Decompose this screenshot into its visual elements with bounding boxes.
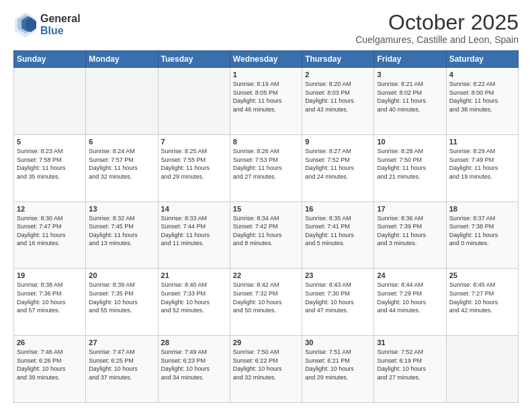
page: General Blue October 2025 Cuelgamures, C… xyxy=(0,0,532,411)
header-monday: Monday xyxy=(86,51,158,68)
calendar-cell: 13Sunrise: 8:32 AM Sunset: 7:45 PM Dayli… xyxy=(86,201,158,269)
calendar-cell: 14Sunrise: 8:33 AM Sunset: 7:44 PM Dayli… xyxy=(158,201,230,269)
day-number: 29 xyxy=(233,338,299,347)
calendar-table: Sunday Monday Tuesday Wednesday Thursday… xyxy=(13,50,519,403)
header-thursday: Thursday xyxy=(302,51,374,68)
day-info: Sunrise: 8:35 AM Sunset: 7:41 PM Dayligh… xyxy=(305,214,371,248)
day-number: 5 xyxy=(17,138,83,146)
day-number: 21 xyxy=(161,271,227,279)
calendar-cell: 19Sunrise: 8:38 AM Sunset: 7:36 PM Dayli… xyxy=(14,269,86,336)
calendar-cell: 2Sunrise: 8:20 AM Sunset: 8:03 PM Daylig… xyxy=(302,68,374,135)
day-number: 2 xyxy=(305,71,371,79)
calendar-cell: 7Sunrise: 8:25 AM Sunset: 7:55 PM Daylig… xyxy=(158,134,230,201)
day-number: 10 xyxy=(377,138,443,146)
calendar-cell: 27Sunrise: 7:47 AM Sunset: 6:25 PM Dayli… xyxy=(86,336,158,403)
logo-general: General xyxy=(40,13,81,24)
day-number: 17 xyxy=(377,205,443,213)
calendar-cell: 3Sunrise: 8:21 AM Sunset: 8:02 PM Daylig… xyxy=(374,68,446,135)
day-info: Sunrise: 8:39 AM Sunset: 7:35 PM Dayligh… xyxy=(89,281,154,314)
day-info: Sunrise: 7:51 AM Sunset: 6:21 PM Dayligh… xyxy=(305,348,371,381)
day-number: 1 xyxy=(233,71,299,79)
day-info: Sunrise: 7:47 AM Sunset: 6:25 PM Dayligh… xyxy=(89,348,154,381)
day-info: Sunrise: 8:40 AM Sunset: 7:33 PM Dayligh… xyxy=(161,281,227,314)
week-row-2: 5Sunrise: 8:23 AM Sunset: 7:58 PM Daylig… xyxy=(14,134,519,201)
calendar-cell: 8Sunrise: 8:26 AM Sunset: 7:53 PM Daylig… xyxy=(230,134,302,201)
day-number: 31 xyxy=(377,338,443,347)
calendar-cell: 9Sunrise: 8:27 AM Sunset: 7:52 PM Daylig… xyxy=(302,134,374,201)
day-info: Sunrise: 8:44 AM Sunset: 7:29 PM Dayligh… xyxy=(377,281,443,314)
day-number: 24 xyxy=(377,271,443,279)
day-info: Sunrise: 8:19 AM Sunset: 8:05 PM Dayligh… xyxy=(233,80,299,113)
day-info: Sunrise: 8:20 AM Sunset: 8:03 PM Dayligh… xyxy=(305,80,371,113)
day-info: Sunrise: 7:52 AM Sunset: 6:19 PM Dayligh… xyxy=(377,348,443,381)
day-info: Sunrise: 8:34 AM Sunset: 7:42 PM Dayligh… xyxy=(233,214,299,248)
day-number: 20 xyxy=(89,271,154,279)
day-number: 12 xyxy=(17,205,83,213)
week-row-1: 1Sunrise: 8:19 AM Sunset: 8:05 PM Daylig… xyxy=(14,68,519,135)
day-info: Sunrise: 8:21 AM Sunset: 8:02 PM Dayligh… xyxy=(377,80,443,113)
week-row-3: 12Sunrise: 8:30 AM Sunset: 7:47 PM Dayli… xyxy=(14,201,519,269)
calendar-title: October 2025 xyxy=(355,11,519,34)
day-info: Sunrise: 8:25 AM Sunset: 7:55 PM Dayligh… xyxy=(161,147,227,181)
day-number: 7 xyxy=(161,138,227,146)
calendar-cell xyxy=(446,336,518,403)
calendar-cell: 6Sunrise: 8:24 AM Sunset: 7:57 PM Daylig… xyxy=(86,134,158,201)
calendar-cell: 12Sunrise: 8:30 AM Sunset: 7:47 PM Dayli… xyxy=(14,201,86,269)
day-info: Sunrise: 7:46 AM Sunset: 6:26 PM Dayligh… xyxy=(17,348,83,381)
calendar-cell: 10Sunrise: 8:28 AM Sunset: 7:50 PM Dayli… xyxy=(374,134,446,201)
day-number: 9 xyxy=(305,138,371,146)
calendar-cell: 11Sunrise: 8:29 AM Sunset: 7:49 PM Dayli… xyxy=(446,134,518,201)
day-info: Sunrise: 7:49 AM Sunset: 6:23 PM Dayligh… xyxy=(161,348,227,381)
day-info: Sunrise: 8:38 AM Sunset: 7:36 PM Dayligh… xyxy=(17,281,83,314)
calendar-cell: 17Sunrise: 8:36 AM Sunset: 7:39 PM Dayli… xyxy=(374,201,446,269)
day-number: 4 xyxy=(449,71,515,79)
calendar-cell: 15Sunrise: 8:34 AM Sunset: 7:42 PM Dayli… xyxy=(230,201,302,269)
calendar-cell: 31Sunrise: 7:52 AM Sunset: 6:19 PM Dayli… xyxy=(374,336,446,403)
day-number: 16 xyxy=(305,205,371,213)
calendar-cell: 18Sunrise: 8:37 AM Sunset: 7:38 PM Dayli… xyxy=(446,201,518,269)
day-info: Sunrise: 8:32 AM Sunset: 7:45 PM Dayligh… xyxy=(89,214,154,248)
calendar-cell xyxy=(86,68,158,135)
logo-icon xyxy=(13,11,38,39)
day-info: Sunrise: 7:50 AM Sunset: 6:22 PM Dayligh… xyxy=(233,348,299,381)
calendar-cell: 28Sunrise: 7:49 AM Sunset: 6:23 PM Dayli… xyxy=(158,336,230,403)
day-info: Sunrise: 8:27 AM Sunset: 7:52 PM Dayligh… xyxy=(305,147,371,181)
title-block: October 2025 Cuelgamures, Castille and L… xyxy=(355,11,519,45)
day-number: 28 xyxy=(161,338,227,347)
day-number: 25 xyxy=(449,271,515,279)
day-number: 22 xyxy=(233,271,299,279)
day-info: Sunrise: 8:29 AM Sunset: 7:49 PM Dayligh… xyxy=(449,147,515,181)
day-number: 23 xyxy=(305,271,371,279)
day-info: Sunrise: 8:45 AM Sunset: 7:27 PM Dayligh… xyxy=(449,281,515,314)
calendar-cell: 4Sunrise: 8:22 AM Sunset: 8:00 PM Daylig… xyxy=(446,68,518,135)
day-number: 27 xyxy=(89,338,154,347)
calendar-cell: 21Sunrise: 8:40 AM Sunset: 7:33 PM Dayli… xyxy=(158,269,230,336)
week-row-4: 19Sunrise: 8:38 AM Sunset: 7:36 PM Dayli… xyxy=(14,269,519,336)
calendar-cell: 20Sunrise: 8:39 AM Sunset: 7:35 PM Dayli… xyxy=(86,269,158,336)
day-number: 18 xyxy=(449,205,515,213)
header-tuesday: Tuesday xyxy=(158,51,230,68)
weekday-header-row: Sunday Monday Tuesday Wednesday Thursday… xyxy=(14,51,519,68)
calendar-cell: 30Sunrise: 7:51 AM Sunset: 6:21 PM Dayli… xyxy=(302,336,374,403)
day-info: Sunrise: 8:22 AM Sunset: 8:00 PM Dayligh… xyxy=(449,80,515,113)
calendar-cell: 29Sunrise: 7:50 AM Sunset: 6:22 PM Dayli… xyxy=(230,336,302,403)
day-info: Sunrise: 8:30 AM Sunset: 7:47 PM Dayligh… xyxy=(17,214,83,248)
header-sunday: Sunday xyxy=(14,51,86,68)
day-info: Sunrise: 8:23 AM Sunset: 7:58 PM Dayligh… xyxy=(17,147,83,181)
header-friday: Friday xyxy=(374,51,446,68)
day-info: Sunrise: 8:42 AM Sunset: 7:32 PM Dayligh… xyxy=(233,281,299,314)
day-info: Sunrise: 8:43 AM Sunset: 7:30 PM Dayligh… xyxy=(305,281,371,314)
calendar-cell: 22Sunrise: 8:42 AM Sunset: 7:32 PM Dayli… xyxy=(230,269,302,336)
header-wednesday: Wednesday xyxy=(230,51,302,68)
logo-blue: Blue xyxy=(40,25,64,36)
day-info: Sunrise: 8:28 AM Sunset: 7:50 PM Dayligh… xyxy=(377,147,443,181)
calendar-cell: 5Sunrise: 8:23 AM Sunset: 7:58 PM Daylig… xyxy=(14,134,86,201)
header: General Blue October 2025 Cuelgamures, C… xyxy=(13,11,519,45)
day-number: 30 xyxy=(305,338,371,347)
calendar-cell xyxy=(14,68,86,135)
calendar-cell: 16Sunrise: 8:35 AM Sunset: 7:41 PM Dayli… xyxy=(302,201,374,269)
calendar-cell: 23Sunrise: 8:43 AM Sunset: 7:30 PM Dayli… xyxy=(302,269,374,336)
day-number: 26 xyxy=(17,338,83,347)
calendar-subtitle: Cuelgamures, Castille and Leon, Spain xyxy=(355,34,519,45)
calendar-cell xyxy=(158,68,230,135)
